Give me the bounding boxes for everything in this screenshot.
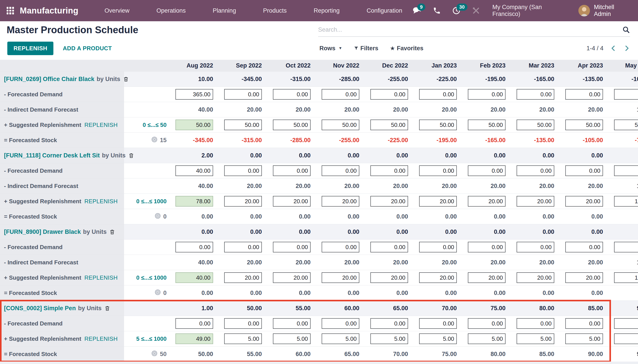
search-input[interactable] (318, 26, 622, 33)
forecasted-demand-input[interactable] (565, 89, 603, 100)
delete-product-icon[interactable] (128, 152, 134, 159)
suggested-replenishment-input[interactable] (322, 272, 359, 283)
stock-target[interactable]: 0 (154, 212, 167, 221)
user-avatar[interactable] (578, 5, 590, 16)
filters-dropdown[interactable]: Filters (354, 45, 378, 52)
forecasted-demand-input[interactable] (224, 166, 262, 176)
forecasted-demand-input[interactable] (517, 318, 554, 329)
suggested-replenishment-input[interactable] (419, 272, 457, 283)
product-link[interactable]: [FURN_0269] Office Chair Black (4, 76, 94, 82)
forecasted-demand-input[interactable] (224, 318, 262, 329)
suggested-replenishment-input[interactable] (370, 196, 408, 206)
replenishment-range[interactable]: 5 ≤...≤ 1000 (136, 336, 167, 342)
phone-icon[interactable] (432, 6, 441, 16)
forecasted-demand-input[interactable] (224, 89, 262, 100)
forecasted-demand-input[interactable] (370, 318, 408, 329)
menu-configuration[interactable]: Configuration (367, 7, 402, 14)
replenish-row-link[interactable]: REPLENISH (84, 122, 118, 128)
stock-target[interactable]: 0 (154, 289, 167, 297)
replenishment-range[interactable]: 0 ≤...≤ 1000 (136, 198, 167, 204)
suggested-replenishment-input[interactable] (517, 120, 554, 130)
delete-product-icon[interactable] (123, 76, 129, 82)
replenish-row-link[interactable]: REPLENISH (84, 336, 118, 342)
suggested-replenishment-input[interactable] (224, 272, 262, 283)
menu-overview[interactable]: Overview (105, 7, 130, 14)
forecasted-demand-input[interactable] (176, 242, 213, 252)
suggested-replenishment-input[interactable] (565, 334, 603, 344)
add-a-product-button[interactable]: ADD A PRODUCT (63, 45, 112, 52)
stock-target[interactable]: 15 (151, 136, 167, 144)
replenish-button[interactable]: REPLENISH (7, 42, 53, 55)
suggested-replenishment-input[interactable] (273, 334, 311, 344)
activities-clock-icon[interactable]: 30 (452, 6, 461, 16)
suggested-replenishment-input[interactable] (176, 334, 213, 344)
suggested-replenishment-input[interactable] (273, 120, 311, 130)
forecasted-demand-input[interactable] (468, 318, 505, 329)
delete-product-icon[interactable] (109, 229, 115, 235)
suggested-replenishment-input[interactable] (176, 196, 213, 206)
forecasted-demand-input[interactable] (419, 318, 457, 329)
forecasted-demand-input[interactable] (370, 166, 408, 176)
rows-dropdown[interactable]: Rows▼ (319, 45, 342, 52)
forecasted-demand-input[interactable] (370, 89, 408, 100)
suggested-replenishment-input[interactable] (517, 196, 554, 206)
forecasted-demand-input[interactable] (273, 166, 311, 176)
forecasted-demand-input[interactable] (468, 89, 505, 100)
forecasted-demand-input[interactable] (614, 242, 638, 252)
suggested-replenishment-input[interactable] (614, 120, 638, 130)
forecasted-demand-input[interactable] (322, 318, 359, 329)
suggested-replenishment-input[interactable] (517, 334, 554, 344)
delete-product-icon[interactable] (104, 305, 110, 312)
forecasted-demand-input[interactable] (517, 89, 554, 100)
suggested-replenishment-input[interactable] (419, 120, 457, 130)
menu-reporting[interactable]: Reporting (314, 7, 340, 14)
forecasted-demand-input[interactable] (614, 318, 638, 329)
replenishment-range[interactable]: 0 ≤...≤ 50 (143, 122, 167, 128)
suggested-replenishment-input[interactable] (224, 196, 262, 206)
suggested-replenishment-input[interactable] (176, 272, 213, 283)
suggested-replenishment-input[interactable] (224, 334, 262, 344)
suggested-replenishment-input[interactable] (614, 196, 638, 206)
forecasted-demand-input[interactable] (614, 166, 638, 176)
product-link[interactable]: [FURN_8900] Drawer Black (4, 228, 81, 235)
forecasted-demand-input[interactable] (565, 166, 603, 176)
suggested-replenishment-input[interactable] (370, 334, 408, 344)
forecasted-demand-input[interactable] (273, 242, 311, 252)
product-link[interactable]: [FURN_1118] Corner Desk Left Sit (4, 152, 100, 159)
company-switcher[interactable]: My Company (San Francisco) (492, 4, 569, 18)
user-name[interactable]: Mitchell Admin (594, 4, 631, 18)
forecasted-demand-input[interactable] (419, 166, 457, 176)
suggested-replenishment-input[interactable] (176, 120, 213, 130)
replenish-row-link[interactable]: REPLENISH (84, 198, 118, 205)
forecasted-demand-input[interactable] (322, 89, 359, 100)
forecasted-demand-input[interactable] (370, 242, 408, 252)
suggested-replenishment-input[interactable] (322, 196, 359, 206)
favorites-dropdown[interactable]: ★ Favorites (390, 45, 423, 52)
replenishment-range[interactable]: 0 ≤...≤ 1000 (136, 274, 167, 281)
stock-target[interactable]: 50 (151, 350, 167, 358)
suggested-replenishment-input[interactable] (468, 120, 505, 130)
suggested-replenishment-input[interactable] (322, 120, 359, 130)
suggested-replenishment-input[interactable] (370, 272, 408, 283)
apps-menu-icon[interactable] (7, 7, 14, 14)
suggested-replenishment-input[interactable] (468, 334, 505, 344)
forecasted-demand-input[interactable] (322, 166, 359, 176)
forecasted-demand-input[interactable] (176, 89, 213, 100)
suggested-replenishment-input[interactable] (565, 272, 603, 283)
activities-count-badge[interactable]: 30 (457, 4, 467, 11)
menu-products[interactable]: Products (263, 7, 287, 14)
suggested-replenishment-input[interactable] (273, 272, 311, 283)
menu-operations[interactable]: Operations (156, 7, 186, 14)
suggested-replenishment-input[interactable] (419, 334, 457, 344)
forecasted-demand-input[interactable] (614, 89, 638, 100)
pager-next-icon[interactable] (623, 44, 630, 52)
forecasted-demand-input[interactable] (273, 89, 311, 100)
forecasted-demand-input[interactable] (322, 242, 359, 252)
suggested-replenishment-input[interactable] (468, 196, 505, 206)
forecasted-demand-input[interactable] (517, 242, 554, 252)
forecasted-demand-input[interactable] (468, 242, 505, 252)
forecasted-demand-input[interactable] (419, 89, 457, 100)
suggested-replenishment-input[interactable] (273, 196, 311, 206)
forecasted-demand-input[interactable] (419, 242, 457, 252)
product-link[interactable]: [CONS_0002] Simple Pen (4, 305, 76, 312)
